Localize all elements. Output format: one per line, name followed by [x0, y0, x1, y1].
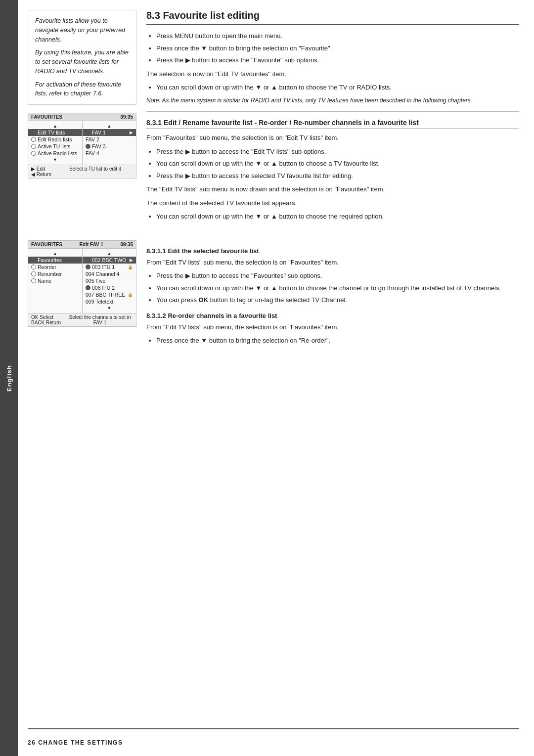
sss1-bullet-2: You can scroll down or up with the ▼ or … [156, 283, 519, 293]
tv2-label-renumber: Renumber [38, 271, 62, 277]
subsection-8312-number: 8.3.1.2 [146, 312, 166, 319]
subsection-831-heading: 8.3.1 Edit / Rename favourite list - Re-… [146, 119, 519, 129]
tv-right-fav2[interactable]: FAV 2 [83, 136, 136, 143]
name-icon [31, 278, 36, 283]
tv-footer-2: OK Select BACK Return Select the channel… [28, 313, 136, 326]
tv-right-arrow-up-1: ▲ [83, 123, 136, 129]
tv-arrow-down-1: ▼ [28, 157, 82, 163]
bbc2-label: 002 BBC TWO [92, 257, 126, 263]
itu1-icon [86, 265, 90, 269]
page-footer: 26 CHANGE THE SETTINGS [28, 728, 519, 746]
tv-arrow-up-1: ▲ [28, 123, 82, 129]
main-content: Favourite lists allow you to navigate ea… [18, 0, 534, 756]
page-number: 26 [28, 739, 36, 746]
tv2-menu-renumber[interactable]: Renumber [28, 270, 82, 277]
tv-header2-time: 09:35 [120, 242, 133, 247]
ch4-label: 004 Channel 4 [86, 271, 119, 277]
tv2-right-ch4[interactable]: 004 Channel 4 [83, 270, 136, 277]
tv2-right-itu1[interactable]: 003 ITU 1 🔒 [83, 264, 136, 270]
subsection-8311: 8.3.1.1 Edit the selected favourite list… [146, 247, 519, 305]
tv-footer-return: ◀ Return [31, 172, 51, 177]
tv-footer-right-1: Select a TU list to edit it [57, 166, 133, 177]
sidebar: English [0, 0, 18, 756]
section-bullet2: You can scroll down or up with the ▼ or … [146, 83, 519, 92]
tv2-menu-reorder[interactable]: Reorder [28, 264, 82, 270]
tv2-right-bbc2[interactable]: 002 BBC TWO ▶ [83, 257, 136, 264]
tv-menu-label-edit-tv: Edit TV lists [38, 130, 65, 135]
subsection-831-para2: The content of the selected TV favourite… [146, 198, 519, 208]
fav-filled-icon [31, 258, 36, 263]
bullet-item-scroll: You can scroll down or up with the ▼ or … [156, 83, 519, 92]
fav4-label: FAV 4 [86, 150, 99, 156]
bullet-item-2: Press once the ▼ button to bring the sel… [156, 44, 519, 53]
circle-icon-3 [31, 151, 36, 156]
subsection-8312-intro: From "Edit TV lists" sub menu, the selec… [146, 322, 519, 332]
tv2-right-five[interactable]: 005 Five [83, 277, 136, 284]
tv-mockup-1: FAVOURITES 09:35 ▲ Edit TV lists [28, 113, 136, 178]
section-heading: 8.3 Favourite list editing [146, 10, 519, 25]
tv-menu-label-active-radio: Active Radio lists [38, 150, 77, 156]
tv-left-panel-2: ▲ Favourites Reorder Renum [28, 249, 83, 313]
section-para1: The selection is now on "Edit TV favouri… [146, 69, 519, 79]
tv-footer-1: ▶ Edit ◀ Return Select a TU list to edit… [28, 165, 136, 178]
tv-right-fav3[interactable]: FAV 3 [83, 143, 136, 150]
subsection-8311-bullets: Press the ▶ button to access the "Favour… [146, 271, 519, 305]
fav2-label: FAV 2 [86, 136, 99, 142]
right-col-bottom: 8.3.1.1 Edit the selected favourite list… [146, 240, 519, 351]
tv2-right-teletext[interactable]: 009 Teletext [83, 298, 136, 305]
left-col-bottom: FAVOURITES Edit FAV 1 09:35 ▲ Favourites [28, 240, 136, 351]
tv2-right-bbc3[interactable]: 007 BBC THREE 🔒 [83, 291, 136, 298]
subsection-831-para1: The "Edit TV lists" sub menu is now draw… [146, 184, 519, 194]
five-label: 005 Five [86, 278, 105, 284]
tv-menu-item-active-radio[interactable]: Active Radio lists [28, 150, 82, 157]
subsection-831-number: 8.3.1 [146, 119, 162, 127]
tv-body-1: ▲ Edit TV lists Edit Radio lists [28, 121, 136, 165]
subsection-8311-intro: From "Edit TV lists" sub menu, the selec… [146, 258, 519, 267]
subsection-8311-heading: 8.3.1.1 Edit the selected favourite list [146, 247, 519, 255]
renumber-icon [31, 271, 36, 276]
tv-menu-item-active-tu[interactable]: Active TU lists [28, 143, 82, 150]
bbc2-arrow: ▶ [130, 258, 133, 263]
itu1-label: 003 ITU 1 [92, 264, 115, 270]
bbc3-lock: 🔒 [128, 292, 133, 297]
fav1-arrow: ▶ [130, 130, 133, 135]
divider-1 [146, 111, 519, 112]
tv-right-fav4[interactable]: FAV 4 [83, 150, 136, 157]
sub-bullet-3: Press the ▶ button to access the selecte… [156, 171, 519, 181]
sub-bullet-1: Press the ▶ button to access the "Edit T… [156, 147, 519, 157]
bottom-section: FAVOURITES Edit FAV 1 09:35 ▲ Favourites [28, 240, 519, 351]
tv2-label-name: Name [38, 278, 51, 284]
teletext-label: 009 Teletext [86, 299, 113, 305]
top-section: Favourite lists allow you to navigate ea… [28, 10, 519, 226]
subsection-8312-bullets: Press once the ▼ button to bring the sel… [146, 336, 519, 346]
sub-bullet-2: You can scroll down or up with the ▼ or … [156, 159, 519, 169]
bullet-item-1: Press MENU button to open the main menu. [156, 31, 519, 41]
sss1-bullet-3: You can press OK button to tag or un-tag… [156, 295, 519, 305]
tv2-menu-favourites[interactable]: Favourites [28, 257, 82, 264]
sss2-bullet-1: Press once the ▼ button to bring the sel… [156, 336, 519, 346]
tv-menu-item-edit-tv[interactable]: Edit TV lists [28, 129, 82, 136]
sss1-bullet-1: Press the ▶ button to access the "Favour… [156, 271, 519, 281]
intro-line3: For activation of these favourite lists,… [35, 80, 129, 99]
section-note: Note: As the menu system is similar for … [146, 96, 519, 105]
itu2-icon [86, 285, 90, 290]
tv2-menu-name[interactable]: Name [28, 277, 82, 284]
fav1-label: FAV 1 [92, 130, 106, 135]
bbc2-icon [86, 258, 90, 263]
subsection-8311-title: Edit the selected favourite list [168, 247, 259, 255]
tv-menu-label-edit-radio: Edit Radio lists [38, 136, 72, 142]
tv-right-fav1[interactable]: FAV 1 ▶ [83, 129, 136, 136]
fav3-icon [86, 144, 90, 149]
subsection-831-title: Edit / Rename favourite list - Re-order … [164, 119, 419, 127]
tv-menu-item-edit-radio[interactable]: Edit Radio lists [28, 136, 82, 143]
subsection-831-bullet2: You can scroll down or up with the ▼ or … [146, 212, 519, 222]
tv-footer-edit: ▶ Edit [31, 166, 51, 172]
reorder-icon [31, 265, 36, 269]
circle-icon-2 [31, 144, 36, 149]
section-number: 8.3 [146, 10, 160, 21]
fav3-label: FAV 3 [92, 143, 106, 149]
tv2-right-arrow-down: ▼ [83, 305, 136, 311]
section-bullets: Press MENU button to open the main menu.… [146, 31, 519, 65]
tv2-footer-ok: OK Select [31, 314, 61, 320]
tv2-right-itu2[interactable]: 006 ITU 2 [83, 284, 136, 291]
